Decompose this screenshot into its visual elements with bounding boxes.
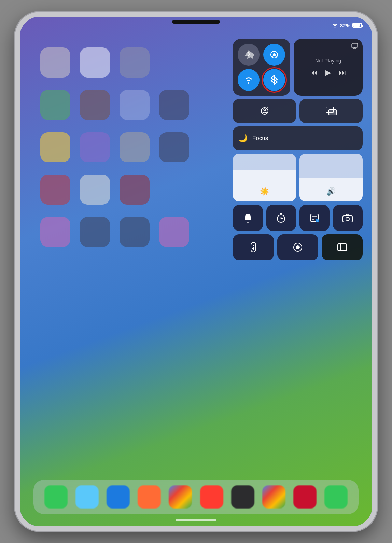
airplane-mode-button[interactable]: ✈ xyxy=(238,44,260,66)
dock-icon-messages[interactable] xyxy=(44,485,68,509)
bell-icon xyxy=(243,213,252,223)
airdrop-button[interactable] xyxy=(263,44,285,66)
svg-point-25 xyxy=(296,245,300,249)
now-playing-controls: ⏮ ▶ ⏭ xyxy=(310,68,346,77)
timer-button[interactable] xyxy=(266,205,296,231)
screen: 82% ✈ xyxy=(20,17,372,526)
app-icon[interactable] xyxy=(40,90,70,120)
app-icon[interactable] xyxy=(120,175,150,205)
dock-icon-app2[interactable] xyxy=(200,485,223,509)
cc-sliders-row: ☀️ 🔊 xyxy=(233,154,363,201)
timer-icon xyxy=(276,213,286,223)
dock-icon-app4[interactable] xyxy=(262,485,285,509)
volume-icon: 🔊 xyxy=(326,187,336,196)
cc-row2 xyxy=(233,99,363,123)
airplay-icon[interactable] xyxy=(351,42,359,52)
airdrop-icon xyxy=(269,50,279,60)
battery-fill xyxy=(353,24,360,27)
camera-bar xyxy=(172,20,220,24)
dock-icon-maps[interactable] xyxy=(75,485,99,509)
brightness-slider[interactable]: ☀️ xyxy=(233,154,296,201)
focus-icon: 🌙 xyxy=(238,134,248,143)
app-icon[interactable] xyxy=(120,132,150,162)
volume-slider[interactable]: 🔊 xyxy=(299,154,363,201)
dock-icon-app3[interactable] xyxy=(231,485,254,509)
camera-button[interactable] xyxy=(333,205,363,231)
sidebar-button[interactable] xyxy=(322,234,363,260)
control-center: ✈ xyxy=(233,39,363,260)
app-icon[interactable] xyxy=(120,90,150,120)
prev-button[interactable]: ⏮ xyxy=(310,68,318,77)
wifi-toggle-button[interactable] xyxy=(238,69,260,91)
home-indicator[interactable] xyxy=(176,519,216,521)
cc-top-row: ✈ xyxy=(233,39,363,96)
svg-text:+: + xyxy=(316,219,318,223)
app-icon[interactable] xyxy=(40,175,70,205)
app-icon[interactable] xyxy=(80,217,110,247)
notes-icon: + xyxy=(310,213,319,223)
svg-rect-6 xyxy=(329,110,336,115)
screen-record-button[interactable] xyxy=(277,234,318,260)
sidebar-icon xyxy=(337,243,347,251)
alarm-button[interactable] xyxy=(233,205,263,231)
dock-icon-app1[interactable] xyxy=(138,485,161,509)
bluetooth-button[interactable] xyxy=(263,69,285,91)
remote-button[interactable] xyxy=(233,234,274,260)
camera-icon xyxy=(342,213,353,222)
ipad-frame: 82% ✈ xyxy=(15,12,377,531)
quick-note-button[interactable]: + xyxy=(299,205,330,231)
status-bar: 82% xyxy=(20,17,372,34)
remote-icon xyxy=(250,242,257,252)
app-icon[interactable] xyxy=(159,217,189,247)
orientation-lock-icon xyxy=(260,106,270,116)
focus-button[interactable]: 🌙 Focus xyxy=(233,126,363,150)
focus-label: Focus xyxy=(252,135,268,142)
brightness-fill xyxy=(233,170,296,201)
airplane-mode-icon: ✈ xyxy=(243,50,254,60)
wifi-toggle-icon xyxy=(243,75,254,85)
app-icon[interactable] xyxy=(80,175,110,205)
battery-icon xyxy=(352,23,362,28)
app-icon[interactable] xyxy=(120,47,150,78)
cc-bottom-row xyxy=(233,234,363,260)
brightness-icon: ☀️ xyxy=(260,187,269,196)
svg-point-4 xyxy=(264,109,266,111)
svg-text:✈: ✈ xyxy=(246,51,251,58)
app-icon[interactable] xyxy=(40,47,70,78)
cc-actions-row: + xyxy=(233,205,363,231)
svg-point-21 xyxy=(253,245,254,246)
svg-rect-26 xyxy=(338,244,347,251)
screen-mirror-icon xyxy=(326,107,337,115)
app-icon[interactable] xyxy=(120,217,150,247)
app-icon[interactable] xyxy=(159,90,189,120)
app-icon[interactable] xyxy=(80,132,110,162)
app-icon[interactable] xyxy=(40,217,70,247)
next-button[interactable]: ⏭ xyxy=(339,68,346,77)
now-playing-panel: Not Playing ⏮ ▶ ⏭ xyxy=(294,39,363,96)
screen-mirror-button[interactable] xyxy=(299,99,363,123)
dock xyxy=(33,480,359,514)
app-icon[interactable] xyxy=(80,47,110,78)
play-button[interactable]: ▶ xyxy=(325,68,331,77)
wifi-icon xyxy=(332,23,338,28)
svg-point-19 xyxy=(346,217,349,221)
dock-icon-app5[interactable] xyxy=(293,485,317,509)
connectivity-panel: ✈ xyxy=(233,39,290,96)
bluetooth-icon xyxy=(270,75,279,85)
dock-icon-phone[interactable] xyxy=(324,485,348,509)
app-icon[interactable] xyxy=(159,132,189,162)
dock-icon-chrome[interactable] xyxy=(169,485,192,509)
battery-percent: 82% xyxy=(340,23,350,28)
app-icon[interactable] xyxy=(80,90,110,120)
dock-icon-safari[interactable] xyxy=(107,485,130,509)
screen-record-icon xyxy=(293,242,303,252)
orientation-lock-button[interactable] xyxy=(233,99,296,123)
now-playing-title: Not Playing xyxy=(315,58,341,64)
app-icon[interactable] xyxy=(40,132,70,162)
svg-rect-18 xyxy=(343,216,352,222)
